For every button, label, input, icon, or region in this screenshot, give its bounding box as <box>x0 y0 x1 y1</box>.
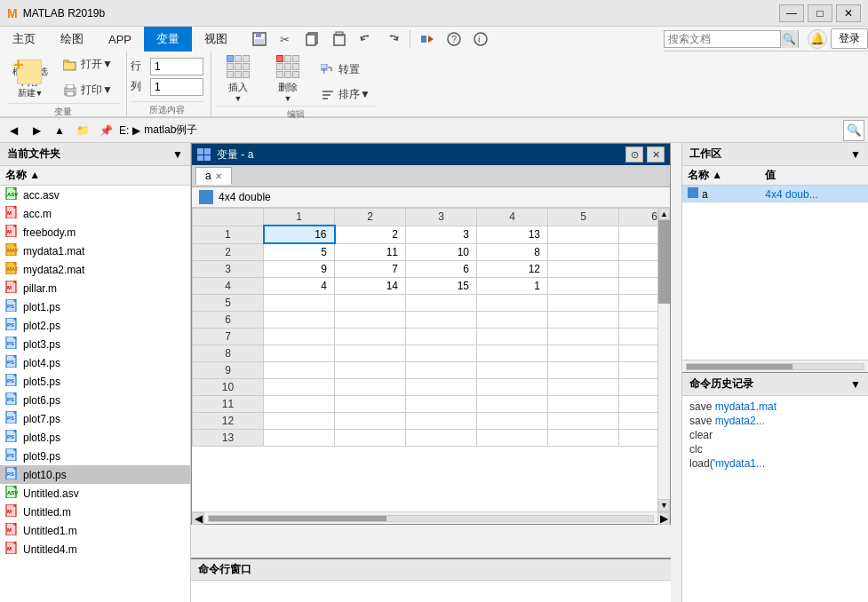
hscroll-track[interactable] <box>208 515 654 522</box>
cell-10-4[interactable] <box>477 379 548 396</box>
cell-2-5[interactable] <box>548 243 619 261</box>
workspace-scrollbar[interactable] <box>682 360 868 372</box>
open-button[interactable]: 打开▼ <box>57 53 119 75</box>
file-item[interactable]: M Untitled1.m <box>0 521 190 540</box>
cell-13-4[interactable] <box>477 430 548 447</box>
menu-view[interactable]: 视图 <box>192 27 240 51</box>
file-item[interactable]: ASV Untitled.asv <box>0 484 190 503</box>
file-item[interactable]: PS plot7.ps <box>0 409 190 428</box>
cell-4-2[interactable]: 14 <box>335 278 406 295</box>
scroll-track[interactable] <box>658 220 670 499</box>
sort-button[interactable]: 排序▼ <box>315 83 377 106</box>
cmd-history-item[interactable]: load('mydata1... <box>689 456 861 471</box>
cell-8-6[interactable] <box>619 345 658 362</box>
cell-11-5[interactable] <box>548 396 619 413</box>
cell-3-1[interactable]: 9 <box>264 261 335 278</box>
cmd-history-item[interactable]: clear <box>689 428 861 442</box>
file-item[interactable]: M freebody.m <box>0 223 190 242</box>
cell-4-3[interactable]: 15 <box>406 278 477 295</box>
file-item[interactable]: M pillar.m <box>0 279 190 297</box>
cell-12-6[interactable] <box>619 413 658 430</box>
cell-12-5[interactable] <box>548 413 619 430</box>
new-from-selection-button[interactable]: + 根据所选内容新建▼ <box>7 51 53 103</box>
cell-10-2[interactable] <box>335 379 406 396</box>
cell-7-1[interactable] <box>264 329 335 345</box>
cell-13-3[interactable] <box>406 430 477 447</box>
transpose-button[interactable]: T 转置 <box>315 59 377 81</box>
cell-11-3[interactable] <box>406 396 477 413</box>
nav-pin-button[interactable]: 📌 <box>96 121 115 140</box>
search-submit-icon[interactable]: 🔍 <box>780 30 798 48</box>
cell-6-5[interactable] <box>548 312 619 329</box>
workspace-scroll-icon[interactable]: ▼ <box>850 148 861 161</box>
cell-4-4[interactable]: 1 <box>477 278 548 295</box>
scroll-up-btn[interactable]: ▲ <box>658 208 670 220</box>
file-item[interactable]: ASV acc.asv <box>0 186 190 204</box>
bell-icon[interactable]: 🔔 <box>808 29 827 49</box>
ws-scroll-track[interactable] <box>686 363 864 370</box>
maximize-button[interactable]: □ <box>808 4 832 22</box>
cell-1-3[interactable]: 3 <box>406 226 477 243</box>
print-button[interactable]: 打印▼ <box>57 79 119 101</box>
cell-2-6[interactable] <box>619 243 658 261</box>
file-item[interactable]: PS plot2.ps <box>0 316 190 335</box>
cell-13-6[interactable] <box>619 430 658 447</box>
cell-9-6[interactable] <box>619 362 658 379</box>
cell-3-4[interactable]: 12 <box>477 261 548 278</box>
file-item[interactable]: M Untitled4.m <box>0 540 190 558</box>
cell-4-1[interactable]: 4 <box>264 278 335 295</box>
file-panel-scroll-icon[interactable]: ▼ <box>172 148 183 161</box>
cell-12-1[interactable] <box>264 413 335 430</box>
cell-12-4[interactable] <box>477 413 548 430</box>
delete-button[interactable]: 删除 ▼ <box>265 53 311 105</box>
nav-browse-button[interactable]: 📁 <box>73 121 92 140</box>
cell-9-2[interactable] <box>335 362 406 379</box>
toolbar-paste-btn[interactable] <box>327 28 352 50</box>
horizontal-scrollbar[interactable]: ◀ ▶ <box>192 511 670 524</box>
file-item[interactable]: PS plot8.ps <box>0 428 190 447</box>
cell-9-5[interactable] <box>548 362 619 379</box>
row-input[interactable] <box>150 58 203 75</box>
data-grid[interactable]: 1234561162313251110839761244141515678910… <box>192 208 657 511</box>
cell-5-6[interactable] <box>619 295 658 312</box>
cell-11-1[interactable] <box>264 396 335 413</box>
cell-13-5[interactable] <box>548 430 619 447</box>
scroll-down-btn[interactable]: ▼ <box>658 499 670 511</box>
file-list[interactable]: ASV acc.asv M acc.m M freebody.m MAT myd… <box>0 186 190 602</box>
file-item[interactable]: PS plot3.ps <box>0 335 190 353</box>
cell-5-4[interactable] <box>477 295 548 312</box>
cell-6-6[interactable] <box>619 312 658 329</box>
cell-5-3[interactable] <box>406 295 477 312</box>
close-button[interactable]: ✕ <box>836 4 861 22</box>
cell-8-2[interactable] <box>335 345 406 362</box>
cell-6-3[interactable] <box>406 312 477 329</box>
nav-back-button[interactable]: ◀ <box>4 121 23 140</box>
cell-3-2[interactable]: 7 <box>335 261 406 278</box>
toolbar-undo-btn[interactable] <box>354 28 378 50</box>
cell-7-2[interactable] <box>335 329 406 345</box>
nav-up-button[interactable]: ▲ <box>50 121 69 140</box>
cell-5-1[interactable] <box>264 295 335 312</box>
file-item[interactable]: PS plot4.ps <box>0 353 190 372</box>
file-item[interactable]: PS plot10.ps <box>0 465 190 484</box>
cell-3-3[interactable]: 6 <box>406 261 477 278</box>
cell-3-6[interactable] <box>619 261 658 278</box>
cell-11-4[interactable] <box>477 396 548 413</box>
cell-6-1[interactable] <box>264 312 335 329</box>
login-button[interactable]: 登录 <box>831 28 868 49</box>
cell-10-6[interactable] <box>619 379 658 396</box>
cmd-history-scroll-icon[interactable]: ▼ <box>850 378 861 391</box>
menu-plot[interactable]: 绘图 <box>48 27 96 51</box>
nav-path-search-button[interactable]: 🔍 <box>843 120 864 141</box>
var-editor-close-button[interactable]: ✕ <box>647 147 665 162</box>
cell-11-6[interactable] <box>619 396 658 413</box>
cell-8-3[interactable] <box>406 345 477 362</box>
col-input[interactable] <box>150 78 203 96</box>
file-item[interactable]: PS plot9.ps <box>0 447 190 465</box>
cell-13-2[interactable] <box>335 430 406 447</box>
cmd-history-item[interactable]: clc <box>689 442 861 456</box>
cell-2-2[interactable]: 11 <box>335 243 406 261</box>
cell-3-5[interactable] <box>548 261 619 278</box>
cell-8-1[interactable] <box>264 345 335 362</box>
toolbar-save-btn[interactable] <box>247 28 272 50</box>
